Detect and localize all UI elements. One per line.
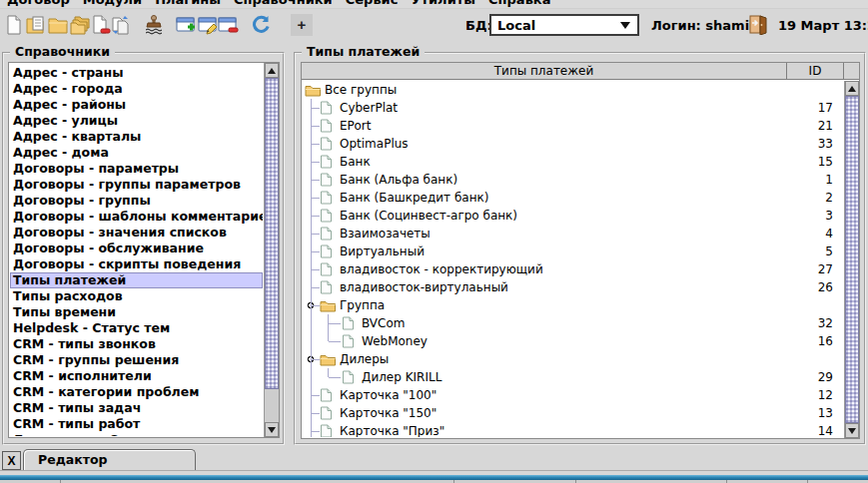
list-item[interactable]: Типы платежей xyxy=(10,272,263,288)
list-item[interactable]: Договоры - шаблоны комментариев xyxy=(10,209,263,225)
tree-item-icon xyxy=(320,244,336,258)
tree-row[interactable]: Карточка "Приз" 14 xyxy=(303,422,843,437)
tree-item-id: 29 xyxy=(799,370,843,384)
column-header-id[interactable]: ID xyxy=(787,63,844,79)
tree-row[interactable]: WebMoney 16 xyxy=(303,332,843,350)
list-item[interactable]: Договоры - обслуживание xyxy=(10,241,263,256)
list-item[interactable]: Договоры - группы xyxy=(10,193,263,209)
open-folder-button[interactable] xyxy=(46,13,70,37)
tree-row[interactable]: владивосток - корректирующий 27 xyxy=(303,260,843,278)
list-item[interactable]: Адрес - районы xyxy=(10,97,263,113)
tree-item-label: Виртуальный xyxy=(340,244,425,258)
scroll-up-button[interactable] xyxy=(265,63,279,78)
menu-item[interactable]: Справка xyxy=(488,0,550,8)
list-item[interactable]: Договоры - группы параметров xyxy=(10,177,263,193)
tree-item-label: Карточка "Приз" xyxy=(340,424,444,437)
tree-item-id: 33 xyxy=(799,137,843,151)
list-item[interactable]: CRM - типы задач xyxy=(10,400,263,416)
add-record-button[interactable] xyxy=(174,13,198,37)
menu-item[interactable]: Модули xyxy=(83,0,142,8)
tree-row[interactable]: CyberPlat 17 xyxy=(303,99,843,117)
delete-record-button[interactable] xyxy=(216,13,240,37)
tree-connector-2 xyxy=(320,314,342,332)
tree-item-label: Дилеры xyxy=(340,352,389,366)
directories-scrollbar[interactable] xyxy=(264,63,279,437)
list-item[interactable]: CRM - исполнители xyxy=(10,368,263,384)
tree-row[interactable]: Дилер KIRILL 29 xyxy=(303,368,843,386)
db-select[interactable]: Local xyxy=(489,14,639,36)
refresh-button[interactable] xyxy=(249,13,273,37)
menu-item[interactable]: Договор xyxy=(7,0,70,8)
tree-row[interactable]: Банк 15 xyxy=(303,153,843,171)
folder-document-button[interactable] xyxy=(24,13,48,37)
tree-row[interactable]: Карточка "100" 12 xyxy=(303,386,843,404)
tree-item-label: владивосток-виртулаьный xyxy=(340,280,508,294)
list-item[interactable]: CRM - типы работ xyxy=(10,416,263,432)
scrollbar-thumb[interactable] xyxy=(845,96,859,423)
tree-row[interactable]: Группа xyxy=(303,296,843,314)
list-item[interactable]: Типы времени xyxy=(10,304,263,320)
scroll-down-button[interactable] xyxy=(265,422,279,437)
list-item[interactable]: Helpdesk - Статус тем xyxy=(10,320,263,336)
list-item[interactable]: Документы - Статусы xyxy=(10,432,263,436)
scrollbar-thumb[interactable] xyxy=(265,78,279,389)
list-item[interactable]: Адрес - кварталы xyxy=(10,129,263,145)
tree-item-id: 12 xyxy=(799,388,843,402)
menu-item[interactable]: Справочники xyxy=(234,0,333,8)
menu-item[interactable]: Сервис xyxy=(346,0,399,8)
list-item[interactable]: Типы расходов xyxy=(10,288,263,304)
tree-connector xyxy=(305,171,320,189)
list-item[interactable]: Договоры - значения списков xyxy=(10,225,263,241)
tree-connector xyxy=(305,242,320,260)
tree-row[interactable]: Все группы xyxy=(303,81,843,99)
tree-connector xyxy=(305,135,320,153)
stamp-button[interactable] xyxy=(142,13,166,37)
add-tab-button[interactable]: + xyxy=(291,14,313,36)
tree-item-icon xyxy=(320,191,336,205)
tree-item-label: OptimaPlus xyxy=(340,137,409,151)
close-tab-button[interactable]: X xyxy=(2,451,21,470)
column-header-name[interactable]: Типы платежей xyxy=(302,63,787,79)
tree-item-label: Банк xyxy=(340,155,371,169)
scroll-up-button[interactable] xyxy=(845,81,859,96)
list-item[interactable]: CRM - группы решения xyxy=(10,352,263,368)
list-item[interactable]: CRM - типы звонков xyxy=(10,336,263,352)
triangle-up-icon xyxy=(268,68,276,74)
tree-row[interactable]: Дилеры xyxy=(303,350,843,368)
tree-row[interactable]: Взаимозачеты 4 xyxy=(303,225,843,242)
table-header: Типы платежей ID xyxy=(302,63,859,80)
tree-item-icon xyxy=(320,352,336,366)
tree-row[interactable]: Банк (Социнвест-агро банк) 3 xyxy=(303,207,843,225)
payment-types-table: Типы платежей ID Все группы xyxy=(301,62,860,439)
tree-scrollbar[interactable] xyxy=(844,81,859,438)
menu-item[interactable]: Плагины xyxy=(155,0,221,8)
tree-row[interactable]: OptimaPlus 33 xyxy=(303,135,843,153)
tree-row[interactable]: Банк (Башкредит банк) 2 xyxy=(303,189,843,207)
tree-row[interactable]: Карточка "150" 13 xyxy=(303,404,843,422)
menu-item[interactable]: Утилиты xyxy=(411,0,475,8)
directories-list: Адрес - страныАдрес - городаАдрес - райо… xyxy=(10,65,263,436)
list-item[interactable]: Адрес - дома xyxy=(10,145,263,161)
list-item[interactable]: Адрес - улицы xyxy=(10,113,263,129)
tree-row[interactable]: владивосток-виртулаьный 26 xyxy=(303,278,843,296)
new-document-button[interactable] xyxy=(2,13,26,37)
tree-connector xyxy=(305,278,320,296)
tree-connector-2 xyxy=(320,368,342,386)
list-item[interactable]: Договоры - параметры xyxy=(10,161,263,177)
sync-documents-button[interactable] xyxy=(109,13,133,37)
scroll-down-button[interactable] xyxy=(845,423,859,438)
tree-connector xyxy=(305,368,320,386)
list-item[interactable]: Договоры - скрипты поведения xyxy=(10,256,263,272)
tree-item-label: Банк (Башкредит банк) xyxy=(340,191,488,205)
tree-item-label: Группа xyxy=(340,298,385,312)
logout-button[interactable] xyxy=(748,14,769,35)
tree-row[interactable]: EPort 21 xyxy=(303,117,843,135)
list-item[interactable]: CRM - категории проблем xyxy=(10,384,263,400)
tab-directory-editor[interactable]: Редактор справочников xyxy=(23,449,196,470)
list-item[interactable]: Адрес - страны xyxy=(10,65,263,81)
tree-row[interactable]: BVCom 32 xyxy=(303,314,843,332)
tree-row[interactable]: Банк (Альфа банк) 1 xyxy=(303,171,843,189)
tree-connector-2 xyxy=(320,332,342,350)
list-item[interactable]: Адрес - города xyxy=(10,81,263,97)
tree-row[interactable]: Виртуальный 5 xyxy=(303,242,843,260)
